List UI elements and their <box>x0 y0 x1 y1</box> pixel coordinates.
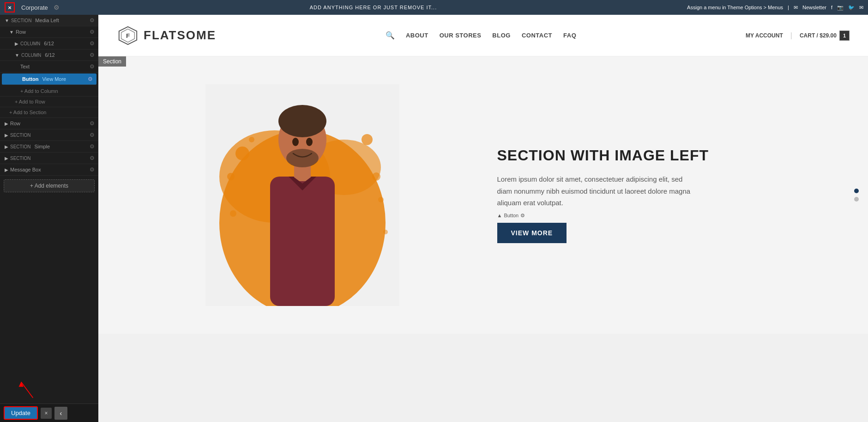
gear-icon[interactable]: ⚙ <box>90 155 95 161</box>
message-box-label: Message Box <box>10 167 41 172</box>
toggle-sidebar-button[interactable]: ‹ <box>54 407 67 420</box>
sidebar-item-section-media-left[interactable]: ▼ Section Media Left ⚙ <box>0 15 98 26</box>
chevron-down-icon: ▼ <box>15 53 19 58</box>
add-to-column-btn[interactable]: + Add to Column <box>0 86 98 97</box>
search-icon[interactable]: 🔍 <box>386 31 395 40</box>
divider: | <box>788 5 789 10</box>
column-tag: Column <box>20 41 40 46</box>
site-logo[interactable]: F FLATSOME <box>117 24 216 47</box>
gear-icon[interactable]: ⚙ <box>90 29 95 35</box>
site-header: F FLATSOME 🔍 ABOUT OUR STORES BLOG CONTA… <box>98 15 868 56</box>
newsletter-icon: ✉ <box>794 5 798 11</box>
sidebar-item-column-2[interactable]: ▼ Column 6/12 ⚙ <box>0 49 98 61</box>
add-elements-wrapper: + Add elements <box>0 176 98 196</box>
nav-faq[interactable]: FAQ <box>563 32 576 39</box>
svg-point-11 <box>249 137 254 142</box>
add-to-section-btn[interactable]: + Add to Section <box>0 107 98 118</box>
hero-section: Section <box>98 56 868 334</box>
dot-2[interactable] <box>854 197 859 202</box>
chevron-up-icon: ▲ <box>497 213 502 218</box>
section-tag: Section <box>10 144 30 149</box>
chevron-right-icon: ▶ <box>15 41 18 46</box>
cart-count: 1 <box>839 31 850 41</box>
theme-options-link[interactable]: Assign a menu in Theme Options > Menus <box>687 5 783 10</box>
nav-about[interactable]: ABOUT <box>406 32 428 39</box>
svg-line-0 <box>21 382 33 398</box>
gear-icon[interactable]: ⚙ <box>90 63 95 70</box>
add-to-row-btn[interactable]: + Add to Row <box>0 97 98 107</box>
svg-point-13 <box>372 172 380 181</box>
bottom-close-button[interactable]: × <box>41 408 52 419</box>
email-icon[interactable]: ✉ <box>859 5 863 11</box>
sidebar-item-column-1[interactable]: ▶ Column 6/12 ⚙ <box>0 38 98 49</box>
nav-contact[interactable]: CONTACT <box>522 32 552 39</box>
site-nav: 🔍 ABOUT OUR STORES BLOG CONTACT FAQ <box>386 31 576 40</box>
logo-icon: F <box>117 24 139 47</box>
svg-text:F: F <box>126 32 130 39</box>
button-tag: Button <box>504 213 518 218</box>
sidebar-item-button-view-more[interactable]: Button View More ⚙ <box>2 73 96 85</box>
svg-point-21 <box>292 138 299 146</box>
svg-rect-19 <box>270 177 335 306</box>
gear-icon[interactable]: ⚙ <box>90 40 95 47</box>
gear-icon[interactable]: ⚙ <box>90 120 95 127</box>
chevron-right-icon: ▶ <box>5 133 8 138</box>
dots-navigation <box>854 189 859 202</box>
logo-text: FLATSOME <box>144 28 216 43</box>
section-tag: Section <box>11 18 31 23</box>
column-tag: Column <box>21 53 41 58</box>
update-button[interactable]: Update <box>4 406 38 420</box>
svg-point-23 <box>286 149 319 167</box>
svg-point-15 <box>230 210 236 217</box>
sidebar-item-message-box[interactable]: ▶ Message Box ⚙ <box>0 164 98 176</box>
site-name: Corporate <box>21 4 48 11</box>
nav-our-stores[interactable]: OUR STORES <box>440 32 482 39</box>
gear-icon[interactable]: ⚙ <box>90 143 95 150</box>
media-left-badge: Media Left <box>35 18 59 23</box>
admin-bar-right: Assign a menu in Theme Options > Menus |… <box>687 5 863 11</box>
svg-point-22 <box>306 138 313 146</box>
column-1-badge: 6/12 <box>44 41 54 46</box>
dot-1[interactable] <box>854 189 859 193</box>
text-label: Text <box>20 64 30 69</box>
gear-icon[interactable]: ⚙ <box>90 132 95 138</box>
cart-link[interactable]: CART / $29.00 1 <box>800 31 850 41</box>
facebook-icon[interactable]: f <box>831 5 832 10</box>
sidebar-item-section-2[interactable]: ▶ Section ⚙ <box>0 129 98 141</box>
hero-button-wrapper: ▲ Button ⚙ VIEW MORE <box>497 223 567 243</box>
sidebar: ▼ Section Media Left ⚙ ▼ Row ⚙ ▶ Column … <box>0 15 98 422</box>
twitter-icon[interactable]: 🐦 <box>848 5 855 11</box>
sidebar-item-row-1[interactable]: ▼ Row ⚙ <box>0 26 98 38</box>
sidebar-bottom-bar: Update × ‹ <box>0 404 98 422</box>
add-elements-button[interactable]: + Add elements <box>4 179 95 192</box>
button-settings-gear-icon[interactable]: ⚙ <box>520 213 525 219</box>
row-2-label: Row <box>10 121 20 126</box>
gear-icon[interactable]: ⚙ <box>90 17 95 24</box>
gear-icon[interactable]: ⚙ <box>90 52 95 58</box>
column-2-badge: 6/12 <box>45 52 54 58</box>
nav-blog[interactable]: BLOG <box>492 32 511 39</box>
sidebar-item-section-simple[interactable]: ▶ Section Simple ⚙ <box>0 141 98 153</box>
sidebar-item-row-2[interactable]: ▶ Row ⚙ <box>0 118 98 129</box>
gear-icon[interactable]: ⚙ <box>90 166 95 173</box>
gear-icon[interactable]: ⚙ <box>88 76 93 82</box>
section-tag: Section <box>10 133 30 138</box>
close-button[interactable]: × <box>5 2 15 12</box>
sidebar-item-text[interactable]: Text ⚙ <box>0 61 98 73</box>
chevron-right-icon: ▶ <box>5 121 8 126</box>
hero-text-column: SECTION WITH IMAGE LEFT Lorem ipsum dolo… <box>470 147 832 243</box>
instagram-icon[interactable]: 📷 <box>837 5 844 11</box>
sidebar-item-section-3[interactable]: ▶ Section ⚙ <box>0 153 98 164</box>
site-actions: MY ACCOUNT | CART / $29.00 1 <box>746 31 850 41</box>
newsletter-link[interactable]: Newsletter <box>802 5 826 10</box>
hero-image-column <box>135 84 470 306</box>
add-to-row-label: + Add to Row <box>15 99 45 104</box>
view-more-button[interactable]: VIEW MORE <box>497 223 567 243</box>
button-label: Button <box>22 76 38 82</box>
my-account-link[interactable]: MY ACCOUNT <box>746 32 783 39</box>
splash-background <box>205 84 399 306</box>
chevron-down-icon: ▼ <box>9 30 14 35</box>
gear-icon[interactable]: ⚙ <box>54 4 60 11</box>
section-tag: Section <box>10 156 30 161</box>
row-label: Row <box>16 29 26 35</box>
